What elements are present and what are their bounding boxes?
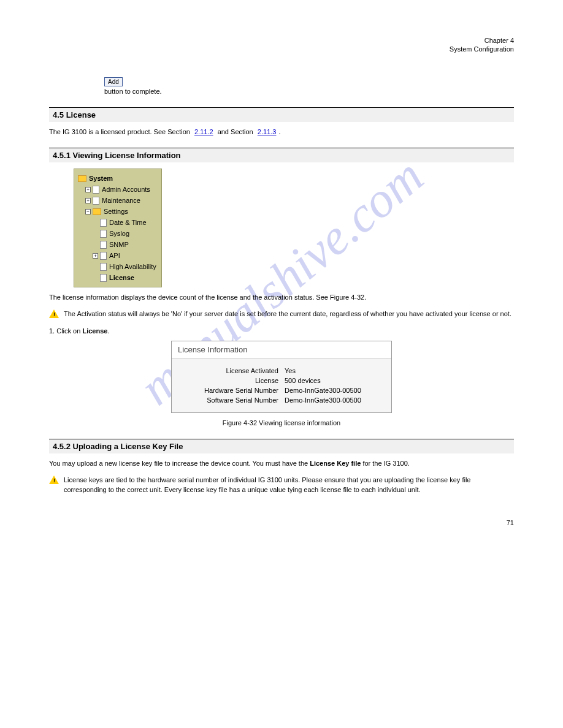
tree-item-date-time[interactable]: Date & Time — [78, 217, 156, 228]
tree-item-license[interactable]: License — [78, 272, 156, 283]
tree-item-api[interactable]: + API — [78, 250, 156, 261]
tree-label: Date & Time — [109, 217, 147, 228]
tree-label: Syslog — [109, 228, 129, 239]
warning-icon: ! — [49, 309, 59, 318]
license-value: 500 devices — [285, 377, 383, 384]
warning-text: License keys are tied to the hardware se… — [64, 476, 514, 495]
license-value: Demo-InnGate300-00500 — [285, 396, 383, 404]
tree-root-system[interactable]: System — [78, 173, 156, 184]
intro-text: button to complete. — [104, 88, 514, 95]
sec1-period: . — [278, 128, 280, 135]
license-intro: The IG 3100 is a licensed product. See S… — [49, 128, 514, 135]
folder-icon — [78, 175, 86, 182]
license-info-panel: License Information License Activated Ye… — [171, 341, 392, 413]
page-header: Chapter 4 System Configuration — [49, 37, 514, 53]
link-section-2-11-3[interactable]: 2.11.3 — [258, 128, 277, 135]
license-label: Software Serial Number — [180, 396, 285, 404]
tree-label: License — [109, 272, 134, 283]
expand-icon[interactable]: + — [85, 187, 91, 192]
tree-item-maintenance[interactable]: + Maintenance — [78, 195, 156, 206]
license-row-license: License 500 devices — [180, 377, 383, 384]
tree-label: Maintenance — [102, 195, 140, 206]
expand-icon[interactable]: + — [93, 253, 98, 259]
tree-item-high-availability[interactable]: High Availability — [78, 261, 156, 272]
warning-icon: ! — [49, 476, 59, 484]
section-viewing-license-header: 4.5.1 Viewing License Information — [49, 148, 514, 162]
step-1: 1. Click on License. — [49, 327, 514, 335]
upload-license-desc: You may upload a new license key file to… — [49, 460, 514, 467]
figure-caption: Figure 4-32 Viewing license information — [49, 419, 514, 427]
expand-icon[interactable]: + — [85, 198, 91, 203]
doc-icon — [100, 230, 107, 238]
upload-p1a: You may upload a new license key file to… — [49, 460, 310, 467]
license-row-activated: License Activated Yes — [180, 367, 383, 374]
license-label: License — [180, 377, 285, 384]
doc-icon — [100, 263, 107, 271]
doc-icon — [100, 252, 107, 260]
warning-activation: ! The Activation status will always be '… — [49, 309, 514, 319]
tree-item-syslog[interactable]: Syslog — [78, 228, 156, 239]
section-upload-license-header: 4.5.2 Uploading a License Key File — [49, 439, 514, 453]
license-panel-title: License Information — [172, 341, 391, 358]
upload-p1c: for the IG 3100. — [361, 460, 410, 467]
viewing-license-desc: The license information displays the dev… — [49, 294, 514, 301]
doc-icon — [100, 241, 107, 249]
tree-item-admin-accounts[interactable]: + Admin Accounts — [78, 184, 156, 195]
add-button[interactable]: Add — [104, 77, 123, 86]
header-subtitle: System Configuration — [49, 45, 514, 53]
tree-label: Settings — [104, 206, 128, 217]
tree-item-snmp[interactable]: SNMP — [78, 239, 156, 250]
tree-label: SNMP — [109, 239, 129, 250]
link-section-2-11-2[interactable]: 2.11.2 — [194, 128, 213, 135]
upload-p1b: License Key file — [310, 460, 361, 467]
tree-label: High Availability — [109, 261, 156, 272]
collapse-icon[interactable]: − — [85, 209, 91, 214]
page-number: 71 — [49, 519, 514, 526]
license-value: Demo-InnGate300-00500 — [285, 387, 383, 394]
step1-bold: License — [82, 327, 107, 335]
doc-icon — [93, 186, 99, 194]
tree-label: Admin Accounts — [102, 184, 150, 195]
step1-suffix: . — [107, 327, 109, 335]
license-value: Yes — [285, 367, 383, 374]
doc-icon — [93, 197, 99, 205]
sec1-para1: The IG 3100 is a licensed product. See S… — [49, 128, 192, 135]
license-label: License Activated — [180, 367, 285, 374]
folder-icon — [93, 208, 101, 215]
tree-label: API — [109, 250, 120, 261]
doc-icon — [100, 219, 107, 227]
sec1-para2: and Section — [216, 128, 255, 135]
warning-text: The Activation status will always be 'No… — [64, 309, 511, 319]
step1-prefix: 1. Click on — [49, 327, 82, 335]
doc-icon — [100, 274, 107, 282]
license-label: Hardware Serial Number — [180, 387, 285, 394]
section-license-header: 4.5 License — [49, 107, 514, 122]
header-chapter: Chapter 4 — [49, 37, 514, 44]
tree-item-settings[interactable]: − Settings — [78, 206, 156, 217]
license-row-hwserial: Hardware Serial Number Demo-InnGate300-0… — [180, 387, 383, 394]
tree-root-label: System — [89, 173, 113, 184]
license-row-swserial: Software Serial Number Demo-InnGate300-0… — [180, 396, 383, 404]
warning-license-key: ! License keys are tied to the hardware … — [49, 476, 514, 495]
nav-tree: System + Admin Accounts + Maintenance − … — [74, 169, 162, 287]
